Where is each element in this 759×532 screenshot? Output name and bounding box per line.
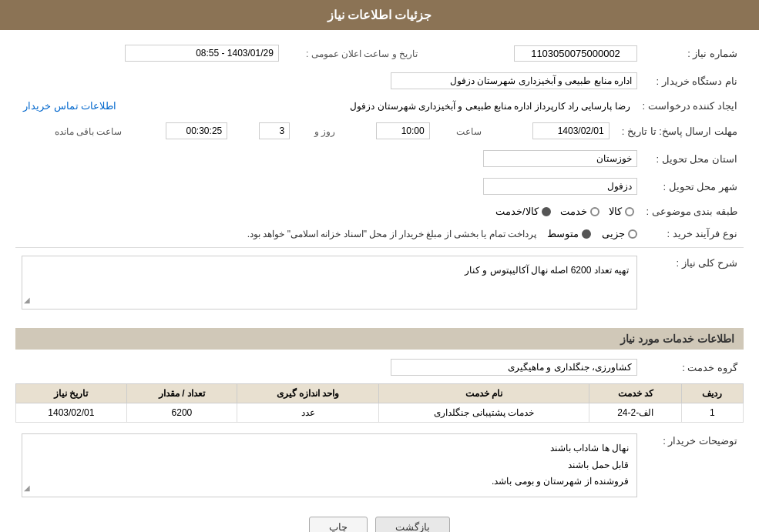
purchase-type-motavaset: متوسط bbox=[547, 228, 591, 239]
cell-date: 1403/02/01 bbox=[16, 403, 127, 423]
category-option-0: کالا bbox=[609, 206, 634, 217]
buyer-name-value: اداره منابع طبیعی و آبخیزداری شهرستان دز… bbox=[15, 69, 643, 92]
page-header: جزئیات اطلاعات نیاز bbox=[0, 0, 759, 30]
remaining-time-cell: 00:30:25 bbox=[126, 119, 233, 142]
service-group-field: کشاورزی، جنگلداری و ماهیگیری bbox=[391, 359, 637, 376]
radio-kala bbox=[625, 207, 634, 216]
purchase-type-options: جزیی متوسط پرداخت تمام یا بخشی از مبلغ خ… bbox=[15, 225, 643, 243]
button-bar: بازگشت چاپ bbox=[15, 505, 744, 532]
purchase-type-radio-group: جزیی متوسط پرداخت تمام یا بخشی از مبلغ خ… bbox=[22, 228, 637, 239]
purchase-type-label: نوع فرآیند خرید : bbox=[643, 225, 744, 243]
buyer-desc-line: قابل حمل باشند bbox=[30, 457, 629, 474]
service-group-value: کشاورزی، جنگلداری و ماهیگیری bbox=[15, 356, 643, 379]
info-table-row5: استان محل تحویل : خوزستان bbox=[15, 147, 744, 170]
info-table-row1: شماره نیاز : 1103050075000002 تاریخ و سا… bbox=[15, 42, 744, 65]
response-deadline-label: مهلت ارسال پاسخ: تا تاریخ : bbox=[616, 119, 744, 142]
need-number-badge: 1103050075000002 bbox=[514, 45, 637, 62]
table-header-row: ردیف کد خدمت نام خدمت واحد اندازه گیری ت… bbox=[16, 384, 744, 403]
cell-service-code: الف-2-24 bbox=[589, 403, 681, 423]
resize-icon-2: ◢ bbox=[24, 481, 30, 495]
services-section-title: اطلاعات خدمات مورد نیاز bbox=[15, 328, 744, 350]
need-number-label: شماره نیاز : bbox=[643, 42, 744, 65]
need-desc-label: شرح کلی نیاز : bbox=[643, 253, 744, 320]
page-wrapper: جزئیات اطلاعات نیاز شماره نیاز : 1103050… bbox=[0, 0, 759, 532]
buyer-desc-line: فروشنده از شهرستان و بومی باشد. bbox=[30, 473, 629, 490]
response-time: 10:00 bbox=[376, 122, 430, 139]
category-options: کالا خدمت کالا/خدمت bbox=[15, 202, 640, 220]
services-table-body: 1 الف-2-24 خدمات پشتیبانی جنگلداری عدد 6… bbox=[16, 403, 744, 423]
col-date: تاریخ نیاز bbox=[16, 384, 127, 403]
page-title: جزئیات اطلاعات نیاز bbox=[327, 8, 432, 22]
need-desc-area: تهیه تعداد 6200 اصله نهال آکالیپتوس و کن… bbox=[22, 256, 637, 317]
response-days-label: روز و bbox=[314, 126, 335, 137]
cell-row-num: 1 bbox=[681, 403, 743, 423]
province-value: خوزستان bbox=[130, 147, 643, 170]
category-radio-group: کالا خدمت کالا/خدمت bbox=[22, 206, 634, 217]
info-table-row6: شهر محل تحویل : دزفول bbox=[15, 175, 744, 198]
buyer-desc-label: توضیحات خریدار : bbox=[643, 430, 744, 500]
info-table-row3: ایجاد کننده درخواست : رضا پارسایی راد کا… bbox=[15, 97, 744, 115]
purchase-type-note: پرداخت تمام یا بخشی از مبلغ خریدار از مح… bbox=[247, 229, 536, 239]
col-unit: واحد اندازه گیری bbox=[237, 384, 379, 403]
service-group-label: گروه خدمت : bbox=[643, 356, 744, 379]
info-table-row2: نام دستگاه خریدار : اداره منابع طبیعی و … bbox=[15, 69, 744, 92]
radio-motavaset-label: متوسط bbox=[547, 228, 579, 239]
radio-kala-khedmat bbox=[542, 207, 551, 216]
need-desc-cell: تهیه تعداد 6200 اصله نهال آکالیپتوس و کن… bbox=[15, 253, 643, 320]
remaining-label: ساعت باقی مانده bbox=[55, 126, 123, 137]
need-description-box: تهیه تعداد 6200 اصله نهال آکالیپتوس و کن… bbox=[22, 256, 637, 309]
province-field: خوزستان bbox=[483, 150, 637, 167]
need-number-value: 1103050075000002 bbox=[424, 42, 643, 65]
category-label: طبقه بندی موضوعی : bbox=[640, 202, 744, 220]
contact-link[interactable]: اطلاعات تماس خریدار bbox=[23, 100, 116, 112]
col-service-code: کد خدمت bbox=[589, 384, 681, 403]
info-table-row4: مهلت ارسال پاسخ: تا تاریخ : 1403/02/01 س… bbox=[15, 119, 744, 142]
info-table-row9: شرح کلی نیاز : تهیه تعداد 6200 اصله نهال… bbox=[15, 253, 744, 320]
cell-unit: عدد bbox=[237, 403, 379, 423]
response-date-cell: 1403/02/01 bbox=[486, 119, 616, 142]
radio-jozi bbox=[628, 229, 637, 239]
category-option-1: خدمت bbox=[560, 206, 599, 217]
buyer-desc-line: نهال ها شاداب باشند bbox=[30, 440, 629, 457]
announcement-value: 1403/01/29 - 08:55 bbox=[15, 42, 285, 65]
cell-service-name: خدمات پشتیبانی جنگلداری bbox=[379, 403, 589, 423]
creator-name: رضا پارسایی راد کارپرداز اداره منابع طبی… bbox=[350, 101, 630, 112]
section-divider-1 bbox=[15, 247, 744, 248]
creator-value: رضا پارسایی راد کارپرداز اداره منابع طبی… bbox=[182, 97, 636, 115]
col-row-num: ردیف bbox=[681, 384, 743, 403]
radio-kala-khedmat-label: کالا/خدمت bbox=[495, 206, 539, 217]
announcement-datetime: 1403/01/29 - 08:55 bbox=[125, 45, 279, 62]
response-days: 3 bbox=[259, 122, 290, 139]
info-table-row7: طبقه بندی موضوعی : کالا خدمت bbox=[15, 202, 744, 220]
radio-khedmat-label: خدمت bbox=[560, 206, 587, 217]
radio-kala-label: کالا bbox=[609, 206, 622, 217]
buyer-desc-cell: نهال ها شاداب باشندقابل حمل باشندفروشنده… bbox=[15, 430, 643, 500]
radio-khedmat bbox=[590, 207, 599, 216]
need-description-text: تهیه تعداد 6200 اصله نهال آکالیپتوس و کن… bbox=[465, 265, 629, 276]
radio-motavaset bbox=[582, 229, 591, 239]
remaining-time: 00:30:25 bbox=[166, 122, 227, 139]
buyer-desc-lines: نهال ها شاداب باشندقابل حمل باشندفروشنده… bbox=[30, 440, 629, 490]
table-row: 1 الف-2-24 خدمات پشتیبانی جنگلداری عدد 6… bbox=[16, 403, 744, 423]
buyer-desc-table: توضیحات خریدار : نهال ها شاداب باشندقابل… bbox=[15, 430, 744, 500]
col-service-name: نام خدمت bbox=[379, 384, 589, 403]
print-button[interactable]: چاپ bbox=[309, 517, 368, 532]
radio-jozi-label: جزیی bbox=[602, 228, 625, 239]
buyer-name-field: اداره منابع طبیعی و آبخیزداری شهرستان دز… bbox=[391, 72, 637, 89]
city-value: دزفول bbox=[96, 175, 643, 198]
creator-label: ایجاد کننده درخواست : bbox=[636, 97, 744, 115]
response-days-cell: 3 bbox=[233, 119, 296, 142]
city-field: دزفول bbox=[483, 178, 637, 195]
col-quantity: تعداد / مقدار bbox=[126, 384, 237, 403]
response-time-cell: 10:00 bbox=[340, 119, 435, 142]
province-label: استان محل تحویل : bbox=[643, 147, 744, 170]
back-button[interactable]: بازگشت bbox=[375, 517, 450, 532]
announcement-label: تاریخ و ساعت اعلان عمومی : bbox=[306, 49, 418, 59]
resize-icon: ◢ bbox=[24, 293, 30, 307]
city-label: شهر محل تحویل : bbox=[643, 175, 744, 198]
buyer-description-box: نهال ها شاداب باشندقابل حمل باشندفروشنده… bbox=[22, 433, 637, 497]
services-table: ردیف کد خدمت نام خدمت واحد اندازه گیری ت… bbox=[15, 383, 744, 423]
response-date: 1403/02/01 bbox=[532, 122, 610, 139]
purchase-type-jozi: جزیی bbox=[602, 228, 637, 239]
content-area: شماره نیاز : 1103050075000002 تاریخ و سا… bbox=[0, 30, 759, 532]
